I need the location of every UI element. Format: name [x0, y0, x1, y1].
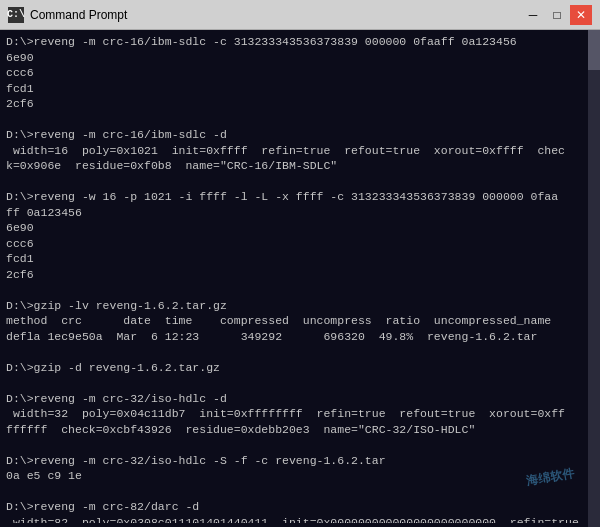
terminal-content: D:\>reveng -m crc-16/ibm-sdlc -c 3132333…	[6, 34, 582, 523]
scrollbar-thumb[interactable]	[588, 30, 600, 70]
maximize-button[interactable]: □	[546, 5, 568, 25]
window-controls: ─ □ ✕	[522, 5, 592, 25]
window-title: Command Prompt	[30, 8, 127, 22]
terminal-output: D:\>reveng -m crc-16/ibm-sdlc -c 3132333…	[6, 34, 582, 523]
title-bar-left: C:\ Command Prompt	[8, 7, 127, 23]
app-icon-label: C:\	[7, 9, 25, 20]
close-button[interactable]: ✕	[570, 5, 592, 25]
terminal-window[interactable]: D:\>reveng -m crc-16/ibm-sdlc -c 3132333…	[0, 30, 600, 527]
title-bar: C:\ Command Prompt ─ □ ✕	[0, 0, 600, 30]
app-icon: C:\	[8, 7, 24, 23]
minimize-button[interactable]: ─	[522, 5, 544, 25]
scrollbar[interactable]	[588, 30, 600, 527]
